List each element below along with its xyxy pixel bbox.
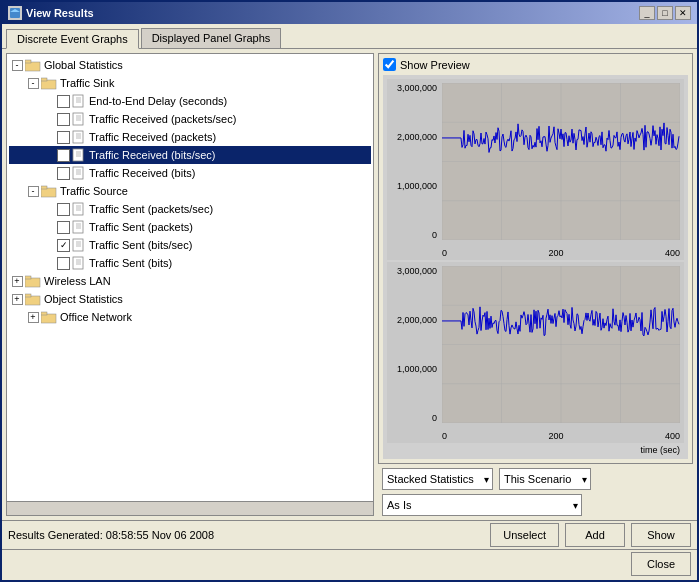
expander-icon[interactable]: +: [25, 309, 41, 325]
time-label: time (sec): [387, 445, 684, 455]
tree-item-label: Traffic Received (packets): [89, 129, 216, 145]
expander-icon[interactable]: -: [25, 75, 41, 91]
tab-discrete-event-graphs[interactable]: Discrete Event Graphs: [6, 29, 139, 49]
title-bar-left: View Results: [8, 6, 94, 20]
preview-section: Show Preview 3,000,000 2,000,000 1,000,0…: [378, 53, 693, 464]
expander-icon[interactable]: +: [9, 291, 25, 307]
this-scenario-select[interactable]: This Scenario All Scenarios: [499, 468, 591, 490]
view-results-window: View Results _ □ ✕ Discrete Event Graphs…: [0, 0, 699, 582]
title-buttons: _ □ ✕: [639, 6, 691, 20]
leaf-spacer: [41, 165, 57, 181]
expander-icon[interactable]: +: [9, 273, 25, 289]
file-icon: [72, 130, 86, 144]
title-bar: View Results _ □ ✕: [2, 2, 697, 24]
tree-item-label: Office Network: [60, 309, 132, 325]
tree-item-label: Global Statistics: [44, 57, 123, 73]
tree-item-4[interactable]: Traffic Received (packets/sec): [9, 110, 371, 128]
right-panel: Show Preview 3,000,000 2,000,000 1,000,0…: [378, 53, 693, 516]
show-button[interactable]: Show: [631, 523, 691, 547]
svg-rect-31: [73, 221, 83, 233]
svg-rect-46: [25, 294, 31, 297]
folder-icon: [41, 76, 57, 90]
svg-rect-2: [25, 60, 31, 63]
tree-item-13[interactable]: + Wireless LAN: [9, 272, 371, 290]
this-scenario-wrapper: This Scenario All Scenarios: [499, 468, 591, 490]
tree-item-5[interactable]: Traffic Received (packets): [9, 128, 371, 146]
item-checkbox[interactable]: ✓: [57, 149, 70, 162]
file-icon: [72, 148, 86, 162]
add-button[interactable]: Add: [565, 523, 625, 547]
svg-rect-44: [25, 276, 31, 279]
tree-item-label: Traffic Sent (bits/sec): [89, 237, 192, 253]
item-checkbox[interactable]: [57, 95, 70, 108]
minimize-button[interactable]: _: [639, 6, 655, 20]
maximize-button[interactable]: □: [657, 6, 673, 20]
stacked-statistics-select[interactable]: Stacked Statistics All Statistics: [382, 468, 493, 490]
folder-icon: [41, 184, 57, 198]
unselect-button[interactable]: Unselect: [490, 523, 559, 547]
close-button[interactable]: Close: [631, 552, 691, 576]
svg-rect-4: [41, 78, 47, 81]
svg-rect-25: [41, 188, 56, 197]
charts-area: 3,000,000 2,000,000 1,000,000 0 0 200 40…: [383, 75, 688, 459]
item-checkbox[interactable]: [57, 257, 70, 270]
svg-rect-21: [73, 167, 83, 179]
leaf-spacer: [41, 93, 57, 109]
tree-item-label: Traffic Received (bits/sec): [89, 147, 216, 163]
svg-rect-17: [73, 149, 83, 161]
svg-rect-13: [73, 131, 83, 143]
item-checkbox[interactable]: [57, 167, 70, 180]
window-close-button[interactable]: ✕: [675, 6, 691, 20]
tab-displayed-panel-graphs[interactable]: Displayed Panel Graphs: [141, 28, 282, 48]
chart-inner-top: [442, 83, 680, 240]
tree-item-11[interactable]: ✓ Traffic Sent (bits/sec): [9, 236, 371, 254]
tree-item-14[interactable]: + Object Statistics: [9, 290, 371, 308]
tree-item-2[interactable]: - Traffic Sink: [9, 74, 371, 92]
content-area: - Global Statistics- Traffic Sink End-to…: [2, 49, 697, 520]
expander-icon[interactable]: -: [25, 183, 41, 199]
status-action-row: Results Generated: 08:58:55 Nov 06 2008 …: [2, 520, 697, 549]
item-checkbox[interactable]: [57, 131, 70, 144]
tree-item-1[interactable]: - Global Statistics: [9, 56, 371, 74]
x-axis-top: 0 200 400: [442, 248, 680, 258]
tree-item-label: End-to-End Delay (seconds): [89, 93, 227, 109]
svg-rect-1: [25, 62, 40, 71]
tree-item-15[interactable]: + Office Network: [9, 308, 371, 326]
tree-item-12[interactable]: Traffic Sent (bits): [9, 254, 371, 272]
tree-item-3[interactable]: End-to-End Delay (seconds): [9, 92, 371, 110]
leaf-spacer: [41, 237, 57, 253]
tree-item-label: Object Statistics: [44, 291, 123, 307]
file-icon: [72, 256, 86, 270]
stacked-statistics-wrapper: Stacked Statistics All Statistics: [382, 468, 493, 490]
window-title: View Results: [26, 7, 94, 19]
controls-row-1: Stacked Statistics All Statistics This S…: [382, 468, 689, 490]
as-is-select[interactable]: As Is Normalized: [382, 494, 582, 516]
file-icon: [72, 220, 86, 234]
leaf-spacer: [41, 219, 57, 235]
item-checkbox[interactable]: ✓: [57, 239, 70, 252]
file-icon: [72, 94, 86, 108]
item-checkbox[interactable]: [57, 203, 70, 216]
as-is-wrapper: As Is Normalized: [382, 494, 582, 516]
svg-rect-48: [41, 312, 47, 315]
chart-inner-bottom: [442, 266, 680, 423]
tree-item-6[interactable]: ✓ Traffic Received (bits/sec): [9, 146, 371, 164]
tree-panel: - Global Statistics- Traffic Sink End-to…: [6, 53, 374, 516]
show-preview-checkbox[interactable]: [383, 58, 396, 71]
folder-icon: [41, 310, 57, 324]
close-row: Close: [2, 549, 697, 580]
tree-item-8[interactable]: - Traffic Source: [9, 182, 371, 200]
tree-item-9[interactable]: Traffic Sent (packets/sec): [9, 200, 371, 218]
expander-icon[interactable]: -: [9, 57, 25, 73]
tree-item-10[interactable]: Traffic Sent (packets): [9, 218, 371, 236]
item-checkbox[interactable]: [57, 113, 70, 126]
svg-rect-9: [73, 113, 83, 125]
item-checkbox[interactable]: [57, 221, 70, 234]
folder-icon: [25, 274, 41, 288]
file-icon: [72, 112, 86, 126]
action-buttons: Unselect Add Show: [490, 523, 691, 547]
horizontal-scrollbar[interactable]: [7, 501, 373, 515]
tree-scroll[interactable]: - Global Statistics- Traffic Sink End-to…: [7, 54, 373, 501]
svg-rect-39: [73, 257, 83, 269]
tree-item-7[interactable]: Traffic Received (bits): [9, 164, 371, 182]
